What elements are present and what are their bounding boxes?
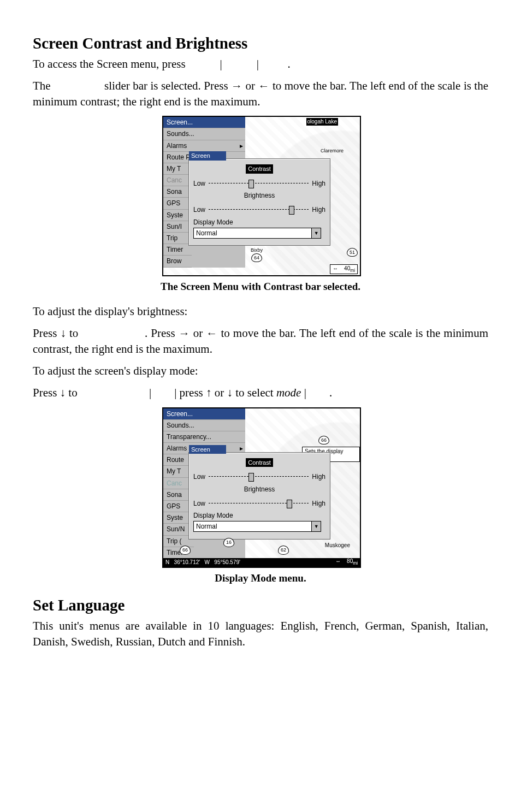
figure-screen-menu: ologah Lake Claremore Screen... Sounds..… <box>162 116 359 276</box>
menu-item[interactable]: Alarms▸ <box>163 140 245 152</box>
brightness-slider[interactable] <box>209 206 309 214</box>
dropdown-value: Normal <box>194 229 311 238</box>
menu-item[interactable]: Timer <box>163 244 192 256</box>
figure2-caption: Display Mode menu. <box>33 571 488 585</box>
map-label-lake: ologah Lake <box>306 118 339 126</box>
slider-thumb[interactable] <box>289 206 294 215</box>
screen-panel: Screen Contrast Low High Brightness Low … <box>188 452 330 540</box>
route-shield-icon: 64 <box>251 253 262 262</box>
menu-item[interactable]: Sona <box>163 186 192 198</box>
scale-value: 40 <box>344 265 350 271</box>
heading-set-language: Set Language <box>33 595 488 616</box>
route-shield-icon: 16 <box>223 538 234 547</box>
txt: 95°50.579' <box>214 559 240 565</box>
txt: . Press → or ← to move the bar. The left… <box>33 327 488 355</box>
txt: mi <box>353 560 358 566</box>
menu-item[interactable]: Canc <box>163 175 192 186</box>
low-label: Low <box>193 472 205 481</box>
dropdown-value: Normal <box>194 522 311 531</box>
high-label: High <box>312 205 325 214</box>
txt: Press ↓ to <box>33 386 78 399</box>
txt: slider bar is selected. Press → or ← to … <box>33 79 488 108</box>
menu-item[interactable]: Sounds... <box>163 128 245 140</box>
contrast-slider-row: Low High <box>193 179 325 188</box>
display-mode-instruction: Press ↓ to | | press ↑ or ↓ to select mo… <box>33 385 488 400</box>
scale: ↔ 80mi <box>335 558 358 566</box>
txt: 51 <box>347 248 358 257</box>
sep: | <box>257 57 259 70</box>
menu-item[interactable]: My T <box>163 163 192 175</box>
brightness-slider-row: Low High <box>193 205 325 214</box>
txt: Alarms <box>167 444 187 452</box>
slider-thumb[interactable] <box>248 473 254 482</box>
menu-item[interactable]: Syste <box>163 210 192 221</box>
menu-item[interactable]: Screen... <box>163 408 245 420</box>
txt: N <box>165 559 169 565</box>
menu-item[interactable]: Screen... <box>163 117 245 128</box>
low-label: Low <box>193 179 205 188</box>
txt: 36°10.712' <box>174 559 200 565</box>
sep: | <box>149 386 151 399</box>
language-paragraph: This unit's menus are available in 10 la… <box>33 618 488 649</box>
arrow-icon: ↔ <box>333 265 338 271</box>
menu-item[interactable]: Sounds... <box>163 420 245 431</box>
brightness-label: Brightness <box>193 191 325 200</box>
scale-indicator: ↔ 40mi <box>330 264 358 274</box>
low-label: Low <box>193 205 205 214</box>
access-instruction: To access the Screen menu, press | | . <box>33 56 488 72</box>
slider-thumb[interactable] <box>248 180 254 188</box>
brightness-slider-row: Low High <box>193 499 325 508</box>
dot: . <box>288 57 291 70</box>
display-mode-heading: To adjust the screen's display mode: <box>33 363 488 378</box>
contrast-label: Contrast <box>193 458 325 467</box>
menu-item[interactable]: Sun/I <box>163 221 192 233</box>
contrast-slider[interactable] <box>209 473 309 481</box>
txt: W <box>205 559 210 565</box>
txt: Contrast <box>246 458 273 467</box>
menu-item[interactable]: GPS <box>163 198 192 209</box>
slider-thumb[interactable] <box>287 500 292 508</box>
route-shield-icon: 66 <box>318 436 329 444</box>
txt: 66 <box>180 546 191 554</box>
sep: | <box>301 386 306 399</box>
screen-panel: Screen Contrast Low High Brightness Low … <box>188 158 330 246</box>
map-label-muskogee: Muskogee <box>325 542 350 549</box>
dropdown-button[interactable] <box>311 228 321 238</box>
contrast-label: Contrast <box>193 164 325 174</box>
mode-placeholder: mode <box>276 386 301 399</box>
coords: N 36°10.712' W 95°50.579' <box>165 559 240 566</box>
txt: | press ↑ or ↓ to select <box>174 386 276 399</box>
figure-display-mode: Screen... Sounds... Transparency... Alar… <box>162 407 359 568</box>
route-shield-icon: 51 <box>347 248 358 257</box>
low-label: Low <box>193 499 205 508</box>
brightness-slider[interactable] <box>209 500 309 507</box>
txt: Brightness <box>244 485 275 493</box>
contrast-slider[interactable] <box>209 180 309 187</box>
screenshot-2: Screen... Sounds... Transparency... Alar… <box>162 407 361 568</box>
contrast-slider-row: Low High <box>193 472 325 481</box>
route-shield-icon: 66 <box>180 546 191 554</box>
menu-item[interactable]: Transparency... <box>163 431 245 443</box>
screenshot-1: ologah Lake Claremore Screen... Sounds..… <box>162 116 361 276</box>
figure1-caption: The Screen Menu with Contrast bar select… <box>33 280 488 294</box>
display-mode-label: Display Mode <box>193 511 325 520</box>
panel-title: Screen <box>189 151 226 161</box>
brightness-instruction: Press ↓ to . Press → or ← to move the ba… <box>33 325 488 357</box>
map-bixby: Bixby 64 <box>251 247 263 262</box>
txt: 66 <box>318 436 329 444</box>
brightness-label: Brightness <box>193 485 325 494</box>
txt: Bixby <box>251 247 263 253</box>
display-mode-dropdown[interactable]: Normal <box>193 521 321 532</box>
high-label: High <box>312 179 325 188</box>
menu-item[interactable]: Trip <box>163 233 192 244</box>
menu-item[interactable]: Brow <box>163 256 192 267</box>
txt: Brightness <box>244 192 275 199</box>
arrow-icon: ↔ <box>335 558 341 564</box>
heading-screen-contrast: Screen Contrast and Brightness <box>33 33 488 54</box>
scale-unit: mi <box>350 268 355 273</box>
txt: 16 <box>223 538 234 547</box>
dropdown-button[interactable] <box>311 521 321 531</box>
txt: The <box>33 79 51 92</box>
map-label-claremore: Claremore <box>321 147 344 154</box>
display-mode-dropdown[interactable]: Normal <box>193 228 321 239</box>
